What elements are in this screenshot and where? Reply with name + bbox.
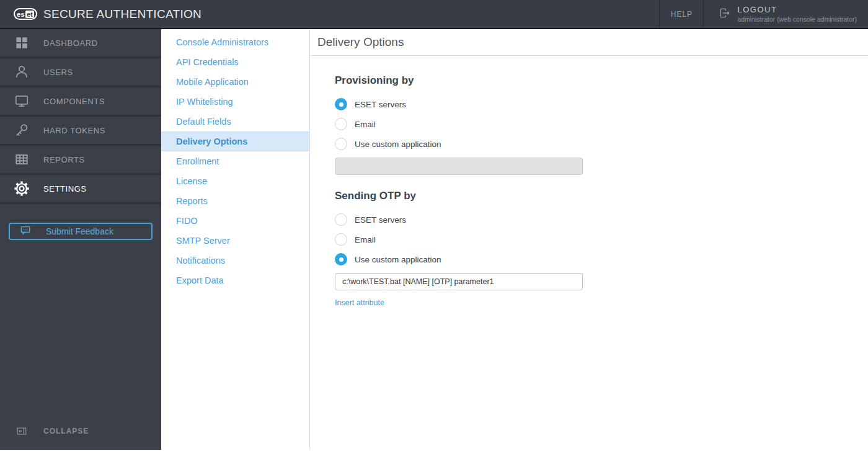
radio-label: ESET servers xyxy=(355,215,406,225)
otp-heading: Sending OTP by xyxy=(335,190,868,202)
collapse-label: COLLAPSE xyxy=(43,427,89,435)
main-sidebar: DASHBOARD USERS COMPONENTS xyxy=(0,29,161,450)
settings-sidebar: Console Administrators API Credentials M… xyxy=(161,29,310,450)
settings-nav-export-data[interactable]: Export Data xyxy=(161,270,309,290)
radio-label: Use custom application xyxy=(355,255,441,264)
settings-nav-delivery-options[interactable]: Delivery Options xyxy=(161,132,309,151)
settings-nav-smtp-server[interactable]: SMTP Server xyxy=(161,231,309,251)
gear-icon xyxy=(0,180,43,197)
settings-nav-console-administrators[interactable]: Console Administrators xyxy=(161,32,309,52)
logout-label: LOGOUT xyxy=(737,5,857,14)
provisioning-heading: Provisioning by xyxy=(335,74,868,87)
help-button[interactable]: HELP xyxy=(659,0,704,28)
monitor-icon xyxy=(0,93,43,109)
radio-unselected-icon[interactable] xyxy=(335,138,347,150)
main-header: Delivery Options xyxy=(310,29,868,56)
settings-nav-api-credentials[interactable]: API Credentials xyxy=(161,52,309,72)
provisioning-radio-email[interactable]: Email xyxy=(335,118,868,130)
dashboard-grid-icon xyxy=(0,35,43,51)
sidebar-item-label: REPORTS xyxy=(43,155,85,164)
eset-logo-et: et xyxy=(25,11,34,18)
radio-unselected-icon[interactable] xyxy=(335,118,347,130)
insert-attribute-link[interactable]: Insert attribute xyxy=(335,298,384,307)
submit-feedback-button[interactable]: Submit Feedback xyxy=(9,223,153,240)
otp-radio-custom-application[interactable]: Use custom application xyxy=(335,253,868,266)
eset-logo-icon: es et xyxy=(14,8,37,20)
provisioning-radio-custom-application[interactable]: Use custom application xyxy=(335,138,868,150)
radio-label: Use custom application xyxy=(355,140,441,149)
otp-custom-app-input[interactable] xyxy=(335,273,583,290)
table-grid-icon xyxy=(0,151,43,167)
logout-user: administrator (web console administrator… xyxy=(737,16,857,23)
radio-unselected-icon[interactable] xyxy=(335,213,347,226)
sidebar-item-label: COMPONENTS xyxy=(43,97,105,106)
radio-label: ESET servers xyxy=(355,100,406,109)
collapse-button[interactable]: COLLAPSE xyxy=(0,425,161,450)
sidebar-item-label: USERS xyxy=(43,68,73,77)
radio-label: Email xyxy=(355,235,376,244)
sidebar-item-label: SETTINGS xyxy=(43,184,87,194)
sidebar-item-components[interactable]: COMPONENTS xyxy=(0,87,161,117)
logout-icon xyxy=(717,6,731,22)
feedback-bubble-icon xyxy=(10,224,32,239)
key-icon xyxy=(0,122,43,138)
settings-nav-default-fields[interactable]: Default Fields xyxy=(161,112,309,132)
topbar: es et SECURE AUTHENTICATION HELP LOGOUT … xyxy=(0,0,868,29)
sidebar-item-reports[interactable]: REPORTS xyxy=(0,146,161,175)
logout-button[interactable]: LOGOUT administrator (web console admini… xyxy=(704,0,868,28)
page-title: Delivery Options xyxy=(317,35,404,49)
settings-nav-notifications[interactable]: Notifications xyxy=(161,251,309,270)
settings-nav-enrollment[interactable]: Enrollment xyxy=(161,151,309,171)
main-content: Delivery Options Provisioning by ESET se… xyxy=(310,29,868,450)
otp-radio-eset-servers[interactable]: ESET servers xyxy=(335,213,868,226)
eset-logo-es: es xyxy=(17,11,25,18)
radio-selected-icon[interactable] xyxy=(335,253,347,266)
sidebar-item-hard-tokens[interactable]: HARD TOKENS xyxy=(0,117,161,146)
sidebar-item-users[interactable]: USERS xyxy=(0,58,161,87)
brand-title: SECURE AUTHENTICATION xyxy=(43,7,202,21)
user-icon xyxy=(0,64,43,80)
sidebar-item-dashboard[interactable]: DASHBOARD xyxy=(0,29,161,58)
settings-nav-reports[interactable]: Reports xyxy=(161,191,309,211)
submit-feedback-label: Submit Feedback xyxy=(46,226,113,236)
radio-unselected-icon[interactable] xyxy=(335,233,347,246)
radio-selected-icon[interactable] xyxy=(335,98,347,110)
settings-nav-ip-whitelisting[interactable]: IP Whitelisting xyxy=(161,92,309,112)
provisioning-custom-app-input xyxy=(335,158,583,175)
sidebar-item-settings[interactable]: SETTINGS xyxy=(0,175,161,204)
collapse-icon xyxy=(0,425,43,437)
settings-nav-mobile-application[interactable]: Mobile Application xyxy=(161,72,309,92)
radio-label: Email xyxy=(355,120,376,129)
sidebar-item-label: DASHBOARD xyxy=(43,38,98,48)
sidebar-item-label: HARD TOKENS xyxy=(43,126,105,135)
provisioning-radio-eset-servers[interactable]: ESET servers xyxy=(335,98,868,110)
otp-radio-email[interactable]: Email xyxy=(335,233,868,246)
brand: es et SECURE AUTHENTICATION xyxy=(14,7,202,21)
settings-nav-license[interactable]: License xyxy=(161,171,309,191)
settings-nav-fido[interactable]: FIDO xyxy=(161,211,309,231)
